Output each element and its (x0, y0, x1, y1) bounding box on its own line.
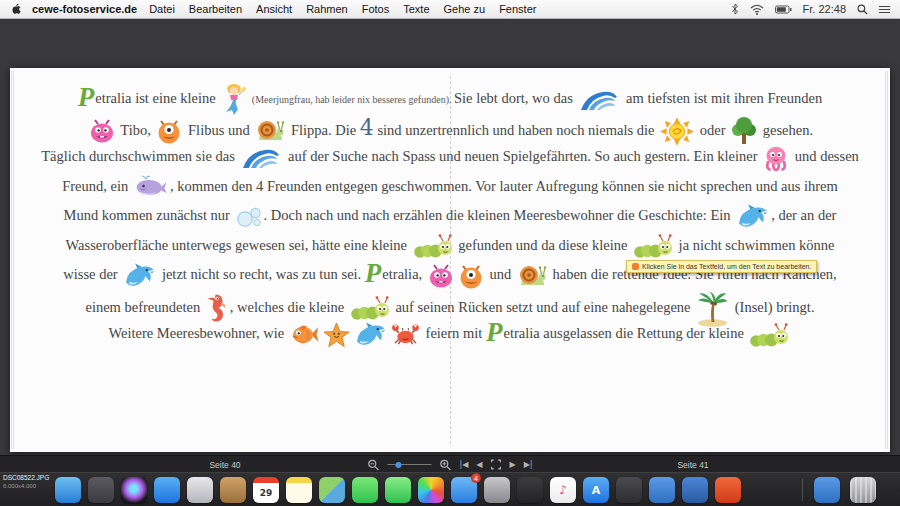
story-segment: feiern mit (422, 325, 486, 341)
apple-menu-icon[interactable] (10, 2, 22, 16)
photo-file-dimensions: 6.000x4.000 (3, 482, 49, 490)
story-segment: gesehen. (759, 122, 813, 138)
story-segment: , kommen den 4 Freunden entgegen geschwo… (170, 178, 838, 194)
monster-pink-icon[interactable] (428, 263, 454, 289)
preview-dock-icon[interactable] (187, 477, 213, 503)
monster-orange-icon[interactable] (458, 263, 484, 289)
mail-dock-icon[interactable]: 4 (451, 477, 477, 503)
itunes-dock-icon[interactable]: ♪ (550, 477, 576, 503)
wave-icon[interactable] (240, 146, 282, 170)
downloads-dock-icon[interactable] (814, 477, 840, 503)
caterpillar-icon[interactable] (413, 233, 453, 259)
trash-dock-icon[interactable] (850, 477, 876, 503)
fit-page-icon[interactable] (491, 459, 502, 470)
cewe-dock-icon[interactable] (715, 477, 741, 503)
zoom-out-icon[interactable] (367, 459, 379, 471)
menu-texte[interactable]: Texte (403, 3, 429, 15)
story-segment: Flippa. Die (287, 122, 360, 138)
appstore-dock-icon[interactable]: A (583, 477, 609, 503)
last-page-button[interactable]: ▶| (524, 456, 533, 473)
initial-letter: P (78, 82, 95, 112)
story-segment: (Meerjungfrau, hab leider nix besseres g… (249, 94, 454, 105)
spotlight-icon[interactable] (857, 4, 868, 15)
dolphin-icon[interactable] (123, 262, 156, 289)
launchpad-dock-icon[interactable] (88, 477, 114, 503)
story-segment: etralia, (382, 266, 425, 282)
calendar-dock-icon[interactable]: 29 (253, 477, 279, 503)
activity-dock-icon[interactable] (517, 477, 543, 503)
caterpillar-icon[interactable] (350, 295, 390, 321)
active-app-menu[interactable]: cewe-fotoservice.de (32, 3, 137, 15)
caterpillar-icon[interactable] (633, 233, 673, 259)
finder-dock-icon[interactable] (55, 477, 81, 503)
menu-datei[interactable]: Datei (149, 3, 175, 15)
menu-gehe-zu[interactable]: Gehe zu (444, 3, 486, 15)
snail-icon[interactable] (255, 118, 285, 144)
maps-dock-icon[interactable] (319, 477, 345, 503)
notes-dock-icon[interactable] (286, 477, 312, 503)
dock-right (814, 477, 876, 503)
previous-page-button[interactable]: ◀ (476, 456, 482, 473)
menu-bearbeiten[interactable]: Bearbeiten (189, 3, 242, 15)
monster-orange-icon[interactable] (156, 118, 182, 144)
menu-fotos[interactable]: Fotos (362, 3, 390, 15)
safari-dock-icon[interactable] (154, 477, 180, 503)
story-segment: und (486, 266, 515, 282)
menu-ansicht[interactable]: Ansicht (256, 3, 292, 15)
siri-dock-icon[interactable] (121, 477, 147, 503)
story-segment: wisse der (63, 266, 121, 282)
folder-docs-dock-icon[interactable] (682, 477, 708, 503)
bubbles-icon[interactable] (236, 206, 262, 228)
notification-center-icon[interactable] (879, 5, 890, 14)
facetime-dock-icon[interactable] (385, 477, 411, 503)
caterpillar-icon[interactable] (749, 322, 789, 348)
starfish-icon[interactable] (323, 322, 350, 348)
menubar-status-area: Fr. 22:48 (731, 3, 890, 15)
story-segment: ja nicht schwimmen könne (675, 237, 834, 253)
story-text[interactable]: Petralia ist eine kleine (Meerjungfrau, … (24, 83, 876, 349)
zoom-in-icon[interactable] (439, 459, 451, 471)
story-line: Freund, ein , kommen den 4 Freunden entg… (24, 172, 876, 202)
fish-icon[interactable] (290, 323, 319, 346)
itunes-label: ♪ (550, 477, 576, 503)
dolphin-icon[interactable] (354, 321, 387, 348)
messages-dock-icon[interactable] (352, 477, 378, 503)
story-segment: Tibo, (117, 122, 155, 138)
monster-pink-icon[interactable] (89, 118, 115, 144)
octopus-icon[interactable] (763, 145, 789, 171)
folder-apps-dock-icon[interactable] (649, 477, 675, 503)
bluetooth-icon[interactable] (731, 3, 739, 15)
editor-workspace: Petralia ist eine kleine (Meerjungfrau, … (0, 19, 900, 455)
wifi-icon[interactable] (750, 4, 764, 15)
first-page-button[interactable]: |◀ (459, 456, 468, 473)
mermaid-icon[interactable] (221, 83, 247, 117)
archive-dock-icon[interactable] (220, 477, 246, 503)
whale-icon[interactable] (134, 175, 168, 199)
story-segment: einem befreundeten (85, 298, 203, 314)
story-segment: Freund, ein (62, 178, 132, 194)
story-segment: , der an der (771, 207, 836, 223)
menu-rahmen[interactable]: Rahmen (306, 3, 348, 15)
battery-icon[interactable] (775, 5, 792, 14)
menubar-menus: DateiBearbeitenAnsichtRahmenFotosTexteGe… (149, 3, 550, 15)
settings-dock-icon[interactable] (484, 477, 510, 503)
menubar-clock[interactable]: Fr. 22:48 (803, 3, 846, 15)
zoom-slider[interactable] (387, 464, 431, 465)
menu-fenster[interactable]: Fenster (499, 3, 536, 15)
snail-icon[interactable] (517, 263, 547, 289)
photos-dock-icon[interactable] (418, 477, 444, 503)
story-segment: 4 (360, 115, 374, 140)
wave-icon[interactable] (578, 88, 620, 112)
crab-icon[interactable] (391, 323, 420, 346)
dolphin-icon[interactable] (736, 203, 769, 230)
story-segment: oder (696, 122, 729, 138)
zoom-slider-handle[interactable] (395, 462, 401, 468)
tooltip-text: Klicken Sie in das Textfeld, um den Text… (642, 263, 811, 270)
utilities-dock-icon[interactable] (616, 477, 642, 503)
app-screen: cewe-fotoservice.de DateiBearbeitenAnsic… (0, 0, 900, 506)
story-line: Mund kommen zunächst nur . Doch nach und… (24, 201, 876, 231)
photobook-spread[interactable]: Petralia ist eine kleine (Meerjungfrau, … (10, 68, 890, 452)
page-number-left: Seite 40 (209, 460, 240, 470)
next-page-button[interactable]: ▶ (510, 456, 516, 473)
story-segment: etralia ausgelassen die Rettung der klei… (503, 325, 747, 341)
